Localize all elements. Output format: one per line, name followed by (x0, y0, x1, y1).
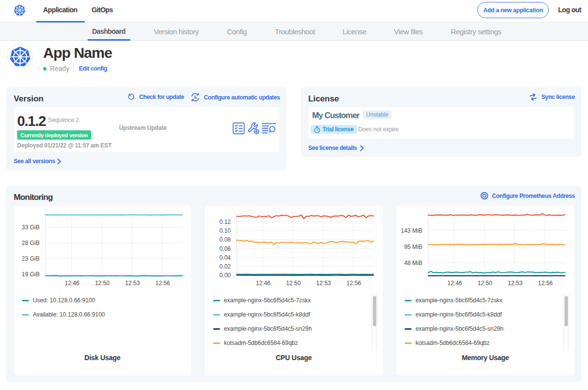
svg-text:0.02: 0.02 (220, 263, 231, 270)
svg-text:12:46: 12:46 (65, 280, 79, 287)
svg-text:48 MiB: 48 MiB (404, 260, 422, 267)
svg-text:95 MiB: 95 MiB (404, 244, 422, 250)
svg-text:12:53: 12:53 (125, 280, 140, 287)
svg-text:0.06: 0.06 (220, 245, 231, 252)
svg-text:0.00: 0.00 (220, 272, 231, 279)
svg-text:12:53: 12:53 (316, 280, 331, 287)
svg-text:28 GiB: 28 GiB (22, 240, 40, 246)
svg-text:12:50: 12:50 (95, 280, 110, 287)
svg-text:33 GiB: 33 GiB (22, 224, 40, 231)
svg-text:12:46: 12:46 (256, 280, 270, 287)
svg-text:19 GiB: 19 GiB (22, 271, 40, 278)
svg-text:12:56: 12:56 (538, 280, 553, 287)
svg-text:12:50: 12:50 (478, 280, 492, 287)
svg-text:0.04: 0.04 (220, 254, 231, 261)
svg-text:0.12: 0.12 (220, 219, 231, 225)
svg-text:0.10: 0.10 (220, 227, 231, 234)
svg-text:12:56: 12:56 (155, 280, 170, 287)
svg-text:12:56: 12:56 (346, 280, 361, 287)
svg-text:12:50: 12:50 (286, 280, 301, 287)
svg-text:12:53: 12:53 (508, 280, 522, 287)
svg-text:143 MiB: 143 MiB (401, 227, 422, 234)
svg-text:12:46: 12:46 (447, 280, 462, 287)
svg-text:0.08: 0.08 (220, 236, 231, 243)
svg-text:23 GiB: 23 GiB (22, 255, 40, 262)
